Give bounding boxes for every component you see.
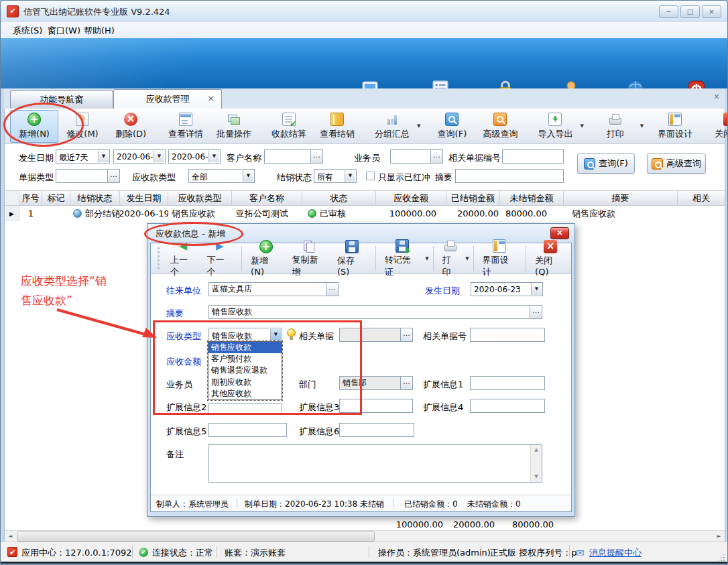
- group-dropdown-icon[interactable]: ▼: [417, 123, 420, 129]
- ext1-input[interactable]: [470, 376, 545, 390]
- col-date[interactable]: 发生日期: [120, 191, 168, 205]
- col-customer[interactable]: 客户名称: [232, 191, 302, 205]
- tab-close-icon[interactable]: ×: [207, 94, 215, 103]
- col-settle-status[interactable]: 结销状态: [70, 191, 120, 205]
- col-status[interactable]: 状态: [302, 191, 376, 205]
- related-no-input[interactable]: [470, 328, 545, 342]
- dialog-ui-design-button[interactable]: 界面设计: [477, 238, 522, 279]
- customer-filter-input[interactable]: [264, 149, 311, 164]
- exit-system-button[interactable]: 退出系统: [676, 80, 717, 88]
- dialog-add-button[interactable]: 新增(N): [245, 239, 286, 278]
- col-summary[interactable]: 摘要: [564, 191, 678, 205]
- view-settle-button[interactable]: 查看结销: [313, 110, 361, 143]
- dialog-print-button[interactable]: 打印: [437, 238, 465, 279]
- red-only-checkbox[interactable]: [366, 172, 375, 180]
- col-settled[interactable]: 已结销金额: [446, 191, 500, 205]
- voucher-dropdown-icon[interactable]: ▼: [425, 256, 428, 261]
- table-row[interactable]: ▶ 1 部分结销 2020-06-19 销售应收款 亚拓公司测试 已审核 100…: [5, 206, 725, 221]
- toolbar-grip[interactable]: [158, 247, 162, 269]
- dropdown-icon[interactable]: ▼: [208, 151, 219, 162]
- date-from-combo[interactable]: 2020-06-16 ▼: [113, 149, 166, 164]
- partner-input[interactable]: [208, 282, 326, 296]
- related-no-filter-input[interactable]: [502, 149, 564, 164]
- save-button[interactable]: 保存(S): [332, 239, 372, 278]
- recv-type-combo[interactable]: 全部 ▼: [188, 169, 255, 183]
- col-amount[interactable]: 应收金额: [376, 191, 446, 205]
- salesman-lookup-button[interactable]: …: [431, 149, 443, 164]
- menu-system[interactable]: 系统(S): [13, 25, 42, 37]
- dropdown-icon[interactable]: ▼: [531, 284, 542, 295]
- group-summary-button[interactable]: 分组汇总: [368, 110, 416, 143]
- adv-query-action-button[interactable]: 高级查询: [647, 153, 706, 174]
- print-dropdown-icon[interactable]: ▼: [640, 123, 644, 129]
- dialog-close-button[interactable]: ×: [550, 227, 569, 239]
- dialog-close-tab-button[interactable]: 关闭(Q): [530, 239, 571, 278]
- remark-textarea[interactable]: [209, 445, 531, 482]
- menu-help[interactable]: 帮助(H): [84, 25, 115, 37]
- summary-lookup-button[interactable]: …: [530, 305, 542, 319]
- scroll-left-icon[interactable]: ◄: [5, 531, 16, 542]
- tabstrip-close-icon[interactable]: ×: [713, 92, 720, 101]
- tab-receivables[interactable]: 应收款管理 ×: [113, 89, 222, 109]
- ext4-input[interactable]: [470, 399, 545, 413]
- menu-window[interactable]: 窗口(W): [48, 25, 80, 37]
- switch-operator-button[interactable]: 更换操作员: [546, 80, 596, 88]
- scroll-right-icon[interactable]: ►: [713, 531, 725, 542]
- date-range-combo[interactable]: 最近7天 ▼: [56, 149, 110, 164]
- col-related[interactable]: 相关: [678, 191, 725, 205]
- my-workbench-button[interactable]: 我的工作台: [345, 80, 395, 88]
- query-button[interactable]: 查询(F): [428, 110, 476, 143]
- doc-type-lookup-button[interactable]: …: [108, 169, 120, 183]
- col-seq[interactable]: 序号: [19, 191, 42, 205]
- copy-add-button[interactable]: 复制新增: [286, 238, 331, 279]
- remark-scrollbar[interactable]: ▲ ▼: [530, 445, 542, 482]
- import-export-button[interactable]: 导入导出: [531, 110, 579, 143]
- col-mark[interactable]: 标记: [42, 191, 70, 205]
- resize-grip[interactable]: [718, 554, 725, 561]
- receipt-settle-button[interactable]: 收款结算: [265, 110, 313, 143]
- voucher-button[interactable]: 转记凭证: [379, 238, 424, 279]
- dropdown-icon[interactable]: ▼: [345, 170, 355, 182]
- minimize-button[interactable]: ─: [659, 5, 678, 18]
- add-icon: [259, 240, 273, 253]
- change-password-button[interactable]: 修改密码: [485, 80, 526, 88]
- partner-lookup-button[interactable]: …: [326, 282, 339, 296]
- import-export-dropdown-icon[interactable]: ▼: [580, 123, 583, 129]
- query-action-button[interactable]: 查询(F): [577, 153, 635, 174]
- dropdown-icon[interactable]: ▼: [98, 151, 109, 162]
- occur-date-combo[interactable]: 2020-06-23 ▼: [471, 282, 543, 296]
- salesman-filter-input[interactable]: [390, 149, 431, 164]
- message-center-link[interactable]: 消息提醒中心: [589, 547, 642, 559]
- dialog-summary-input[interactable]: [208, 305, 530, 319]
- date-to-combo[interactable]: 2020-06-23 ▼: [168, 149, 221, 164]
- delete-button[interactable]: 删除(D): [107, 110, 155, 143]
- view-detail-button[interactable]: 查看详情: [162, 110, 210, 143]
- maximize-button[interactable]: □: [680, 5, 700, 18]
- scrollbar-thumb[interactable]: [17, 531, 375, 542]
- dropdown-icon[interactable]: ▼: [154, 151, 164, 162]
- horizontal-scrollbar[interactable]: ◄ ►: [5, 530, 725, 542]
- doc-type-filter-input[interactable]: [56, 169, 108, 183]
- journal-detail-button[interactable]: 日记账明细: [415, 80, 465, 88]
- scroll-up-icon[interactable]: ▲: [531, 445, 542, 455]
- ext5-input[interactable]: [208, 423, 287, 437]
- ext6-input[interactable]: [339, 423, 414, 437]
- col-unsettled[interactable]: 未结销金额: [500, 191, 564, 205]
- related-doc-lookup-button[interactable]: …: [401, 328, 413, 342]
- settle-state-combo[interactable]: 所有 ▼: [314, 169, 357, 183]
- dept-lookup-button[interactable]: …: [401, 376, 413, 390]
- col-type[interactable]: 应收款类型: [168, 191, 232, 205]
- dropdown-icon[interactable]: ▼: [243, 170, 253, 182]
- user-center-button[interactable]: 用户中心: [616, 80, 656, 88]
- ui-design-button[interactable]: 界面设计: [651, 110, 699, 143]
- dialog-print-dropdown-icon[interactable]: ▼: [465, 256, 469, 261]
- summary-filter-input[interactable]: [455, 169, 564, 183]
- print-button[interactable]: 打印: [591, 110, 640, 143]
- adv-query-button[interactable]: 高级查询: [476, 110, 524, 143]
- close-button[interactable]: ×: [702, 5, 721, 18]
- scroll-down-icon[interactable]: ▼: [531, 472, 542, 482]
- customer-lookup-button[interactable]: …: [311, 149, 323, 164]
- batch-op-button[interactable]: 批量操作: [210, 110, 258, 143]
- close-tab-button[interactable]: 关闭(Q): [706, 110, 728, 143]
- dialog-status-separator: [237, 498, 237, 508]
